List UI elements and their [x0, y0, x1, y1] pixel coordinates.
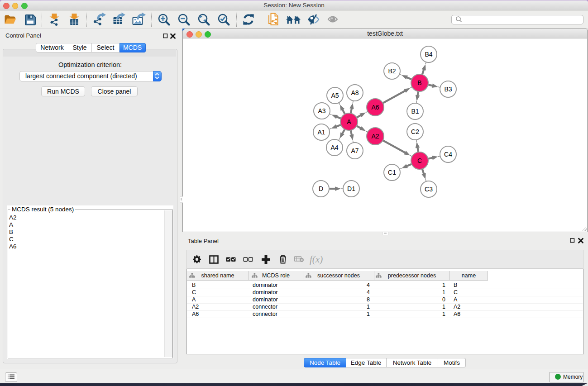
svg-text:A6: A6	[371, 104, 379, 111]
svg-text:B2: B2	[388, 67, 396, 75]
svg-text:A3: A3	[318, 107, 325, 114]
svg-text:A4: A4	[330, 144, 338, 151]
svg-text:A2: A2	[371, 133, 379, 140]
svg-text:B1: B1	[411, 108, 419, 115]
svg-text:B4: B4	[425, 51, 432, 58]
svg-text:C: C	[417, 157, 422, 164]
svg-text:C2: C2	[411, 128, 419, 135]
svg-text:C4: C4	[444, 151, 452, 158]
svg-text:A5: A5	[331, 92, 339, 99]
svg-text:D: D	[319, 185, 323, 192]
svg-text:B: B	[417, 79, 421, 86]
svg-text:A: A	[347, 118, 351, 125]
svg-text:C3: C3	[425, 186, 433, 193]
svg-text:D1: D1	[347, 185, 355, 192]
svg-text:A1: A1	[317, 129, 325, 136]
svg-text:A8: A8	[351, 89, 359, 96]
svg-text:C1: C1	[388, 169, 396, 176]
svg-text:B3: B3	[444, 86, 452, 93]
svg-text:A7: A7	[351, 147, 359, 154]
